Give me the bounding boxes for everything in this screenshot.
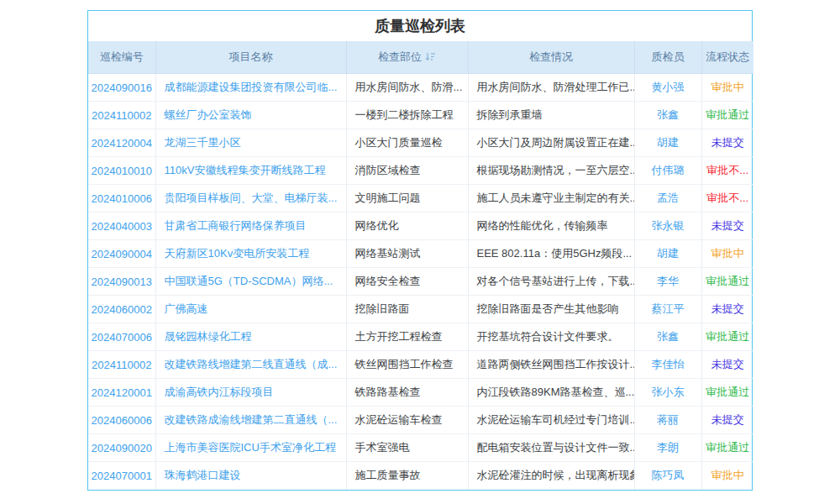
- project-name-link[interactable]: 改建铁路成渝线增建第二直通线（...: [155, 407, 346, 434]
- column-header-inspection-id: 巡检编号: [88, 41, 155, 74]
- project-name-link[interactable]: 110kV安徽线程集变开断线路工程: [155, 157, 346, 185]
- inspection-id-link[interactable]: 2024090013: [88, 268, 155, 296]
- inspection-id-link[interactable]: 2024070001: [88, 462, 155, 490]
- inspection-part-cell: 一楼到二楼拆除工程: [346, 102, 468, 129]
- inspector-link[interactable]: 张小东: [634, 379, 701, 407]
- inspection-part-cell: 网络优化: [346, 213, 468, 240]
- table-row[interactable]: 2024090004天府新区10Kv变电所安装工程网络基站测试EEE 802.1…: [88, 240, 753, 268]
- table-row[interactable]: 2024090013中国联通5G（TD-SCDMA）网络...网络安全检查对各个…: [88, 268, 753, 296]
- inspection-id-link[interactable]: 2024060006: [88, 407, 155, 434]
- inspector-link[interactable]: 张鑫: [634, 323, 701, 351]
- column-header-inspection-detail: 检查情况: [468, 41, 634, 74]
- inspection-detail-cell: EEE 802.11a：使用5GHz频段...: [468, 240, 634, 268]
- table-row[interactable]: 2024060002广佛高速挖除旧路面挖除旧路面是否产生其他影响蔡江平未提交: [88, 296, 753, 323]
- table-row[interactable]: 2024090020上海市美容医院ICU手术室净化工程手术室强电配电箱安装位置与…: [88, 434, 753, 462]
- inspection-id-link[interactable]: 2024120001: [88, 379, 155, 407]
- inspector-link[interactable]: 蒋丽: [634, 407, 701, 434]
- project-name-link[interactable]: 螺丝厂办公室装饰: [155, 102, 346, 129]
- inspection-detail-cell: 开挖基坑符合设计文件要求。: [468, 323, 634, 351]
- inspector-link[interactable]: 孟浩: [634, 185, 701, 213]
- table-row[interactable]: 2024070006晟铭园林绿化工程土方开挖工程检查开挖基坑符合设计文件要求。张…: [88, 323, 753, 351]
- project-name-link[interactable]: 甘肃省工商银行网络保养项目: [155, 213, 346, 240]
- inspector-link[interactable]: 胡建: [634, 240, 701, 268]
- column-header-label: 质检员: [652, 50, 685, 63]
- status-badge: 审批中: [701, 240, 753, 268]
- inspection-part-cell: 文明施工问题: [346, 185, 468, 213]
- project-name-link[interactable]: 天府新区10Kv变电所安装工程: [155, 240, 346, 268]
- status-badge: 审批通过: [701, 268, 753, 296]
- inspection-id-link[interactable]: 2024110002: [88, 351, 155, 379]
- project-name-link[interactable]: 广佛高速: [155, 296, 346, 323]
- inspector-link[interactable]: 付伟璐: [634, 157, 701, 185]
- inspection-id-link[interactable]: 2024010010: [88, 157, 155, 185]
- project-name-link[interactable]: 改建铁路线增建第二线直通线（成...: [155, 351, 346, 379]
- table-row[interactable]: 2024070001珠海鹤港口建设施工质量事故水泥砼灌注的时候，出现离析现象陈巧…: [88, 462, 753, 490]
- inspection-detail-cell: 挖除旧路面是否产生其他影响: [468, 296, 634, 323]
- inspector-link[interactable]: 李佳怡: [634, 351, 701, 379]
- inspector-link[interactable]: 胡建: [634, 129, 701, 157]
- status-badge: 未提交: [701, 407, 753, 434]
- project-name-link[interactable]: 晟铭园林绿化工程: [155, 323, 346, 351]
- inspector-link[interactable]: 蔡江平: [634, 296, 701, 323]
- inspection-part-cell: 用水房间防水、防滑...: [346, 74, 468, 102]
- inspection-detail-cell: 内江段铁路89KM路基检查、巡...: [468, 379, 634, 407]
- sort-descending-icon[interactable]: [425, 51, 436, 65]
- project-name-link[interactable]: 中国联通5G（TD-SCDMA）网络...: [155, 268, 346, 296]
- inspector-link[interactable]: 李朗: [634, 434, 701, 462]
- column-header-inspector: 质检员: [634, 41, 701, 74]
- inspection-id-link[interactable]: 2024090004: [88, 240, 155, 268]
- inspection-part-cell: 土方开挖工程检查: [346, 323, 468, 351]
- inspection-detail-cell: 网络的性能优化，传输频率: [468, 213, 634, 240]
- inspection-id-link[interactable]: 2024040003: [88, 213, 155, 240]
- table-row[interactable]: 2024090016成都能源建设集团投资有限公司临...用水房间防水、防滑...…: [88, 74, 753, 102]
- table-row[interactable]: 2024120004龙湖三千里小区小区大门质量巡检小区大门及周边附属设置正在建.…: [88, 129, 753, 157]
- table-row[interactable]: 2024010010110kV安徽线程集变开断线路工程消防区域检查根据现场勘测情…: [88, 157, 753, 185]
- inspection-detail-cell: 水泥砼运输车司机经过专门培训...: [468, 407, 634, 434]
- project-name-link[interactable]: 成都能源建设集团投资有限公司临...: [155, 74, 346, 102]
- inspection-detail-cell: 道路两侧铁丝网围挡工作按设计...: [468, 351, 634, 379]
- status-badge: 审批通过: [701, 102, 753, 129]
- inspection-id-link[interactable]: 2024090016: [88, 74, 155, 102]
- inspector-link[interactable]: 张鑫: [634, 102, 701, 129]
- status-badge: 审批通过: [701, 434, 753, 462]
- column-header-inspection-part: 检查部位: [346, 41, 468, 74]
- status-badge: 未提交: [701, 351, 753, 379]
- inspection-id-link[interactable]: 2024070006: [88, 323, 155, 351]
- table-row[interactable]: 2024110002螺丝厂办公室装饰一楼到二楼拆除工程拆除到承重墙张鑫审批通过: [88, 102, 753, 129]
- inspection-id-link[interactable]: 2024120004: [88, 129, 155, 157]
- status-badge: 审批中: [701, 462, 753, 490]
- column-header-project-name: 项目名称: [155, 41, 346, 74]
- page-title: 质量巡检列表: [88, 11, 752, 41]
- inspection-id-link[interactable]: 2024010006: [88, 185, 155, 213]
- table-header-row: 巡检编号 项目名称 检查部位 检查情况 质检员 流程状态: [88, 41, 753, 74]
- status-badge: 未提交: [701, 129, 753, 157]
- inspection-id-link[interactable]: 2024110002: [88, 102, 155, 129]
- inspection-detail-cell: 根据现场勘测情况，一至六层空...: [468, 157, 634, 185]
- table-row[interactable]: 2024110002改建铁路线增建第二线直通线（成...铁丝网围挡工作检查道路两…: [88, 351, 753, 379]
- table-row[interactable]: 2024010006贵阳项目样板间、大堂、电梯厅装...文明施工问题施工人员未遵…: [88, 185, 753, 213]
- inspector-link[interactable]: 张永银: [634, 213, 701, 240]
- table-row[interactable]: 2024040003甘肃省工商银行网络保养项目网络优化网络的性能优化，传输频率张…: [88, 213, 753, 240]
- inspection-id-link[interactable]: 2024090020: [88, 434, 155, 462]
- inspection-part-cell: 网络基站测试: [346, 240, 468, 268]
- inspection-id-link[interactable]: 2024060002: [88, 296, 155, 323]
- inspection-part-cell: 消防区域检查: [346, 157, 468, 185]
- status-badge: 审批不...: [701, 185, 753, 213]
- inspector-link[interactable]: 黄小强: [634, 74, 701, 102]
- inspection-part-cell: 铁路路基检查: [346, 379, 468, 407]
- project-name-link[interactable]: 贵阳项目样板间、大堂、电梯厅装...: [155, 185, 346, 213]
- project-name-link[interactable]: 成渝高铁内江标段项目: [155, 379, 346, 407]
- project-name-link[interactable]: 龙湖三千里小区: [155, 129, 346, 157]
- status-badge: 审批通过: [701, 323, 753, 351]
- inspection-list-panel: 质量巡检列表 巡检编号 项目名称 检查部位 检查情况 质检员 流程状态 2024…: [87, 10, 753, 491]
- project-name-link[interactable]: 珠海鹤港口建设: [155, 462, 346, 490]
- inspection-part-cell: 施工质量事故: [346, 462, 468, 490]
- column-header-label: 巡检编号: [100, 50, 144, 63]
- inspection-part-cell: 水泥砼运输车检查: [346, 407, 468, 434]
- inspector-link[interactable]: 陈巧凤: [634, 462, 701, 490]
- inspection-detail-cell: 施工人员未遵守业主制定的有关...: [468, 185, 634, 213]
- project-name-link[interactable]: 上海市美容医院ICU手术室净化工程: [155, 434, 346, 462]
- inspector-link[interactable]: 李华: [634, 268, 701, 296]
- table-row[interactable]: 2024060006改建铁路成渝线增建第二直通线（...水泥砼运输车检查水泥砼运…: [88, 407, 753, 434]
- table-row[interactable]: 2024120001成渝高铁内江标段项目铁路路基检查内江段铁路89KM路基检查、…: [88, 379, 753, 407]
